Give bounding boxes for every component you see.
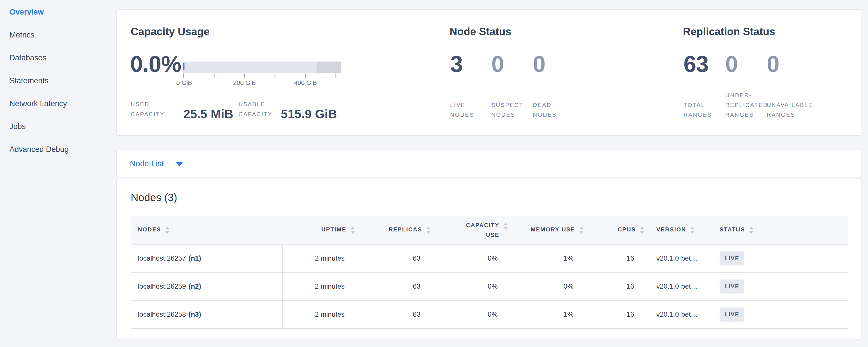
uptime-cell: 2 minutes (283, 244, 355, 272)
node-address-cell: localhost:26257(n1) (131, 244, 283, 272)
status-cell: LIVE (716, 272, 848, 301)
sort-icon (579, 227, 584, 234)
capacity-bar-other-segment (317, 62, 341, 73)
cpus-cell: 16 (584, 272, 644, 301)
used-capacity-label: USED CAPACITY (131, 99, 167, 119)
replicas-cell: 63 (355, 301, 431, 328)
uptime-cell: 2 minutes (283, 301, 355, 328)
axis-tick (183, 73, 184, 77)
node-name: (n1) (188, 254, 201, 262)
sidebar-item-overview[interactable]: Overview (0, 1, 116, 24)
column-header-cpus-label: CPUS (617, 226, 636, 233)
capacity-usage-bar (183, 62, 341, 73)
sort-icon (640, 227, 644, 234)
sort-icon (690, 227, 695, 234)
capacity-use-cell: 0% (431, 301, 508, 328)
node-name: (n2) (188, 282, 201, 290)
sidebar: Overview Metrics Databases Statements Ne… (0, 0, 116, 347)
cluster-summary-card: Capacity Usage 0.0% 0 GiB 200 GiB 400 Gi… (116, 9, 861, 136)
usable-capacity-value: 515.9 GiB (281, 108, 337, 120)
cpus-cell: 16 (584, 244, 644, 272)
table-header-row: NODES UPTIME REPLICAS CAPACITY USE MEMOR… (131, 216, 848, 244)
used-capacity-value: 25.5 MiB (183, 108, 233, 120)
column-header-uptime-label: UPTIME (321, 226, 346, 233)
total-ranges-stat: 63 TOTAL RANGES (684, 53, 722, 120)
cpus-cell: 16 (584, 301, 644, 328)
node-list-dropdown[interactable]: Node List (117, 150, 861, 177)
total-ranges-value: 63 (684, 53, 722, 75)
node-name: (n3) (188, 310, 201, 318)
replicas-cell: 63 (355, 244, 431, 272)
version-cell: v20.1.0-bet… (644, 301, 716, 328)
replicas-cell: 63 (355, 272, 431, 301)
memory-use-cell: 1% (508, 244, 584, 272)
column-header-capacity-use[interactable]: CAPACITY USE (431, 216, 508, 244)
column-header-cpus[interactable]: CPUS (584, 216, 644, 244)
under-replicated-ranges-label: UNDER-REPLICATED RANGES (725, 90, 769, 120)
suspect-nodes-value: 0 (491, 53, 527, 75)
status-badge: LIVE (719, 251, 744, 265)
node-address: localhost:26257 (138, 254, 186, 262)
sidebar-item-advanced-debug[interactable]: Advanced Debug (0, 138, 116, 161)
sort-icon (749, 227, 753, 234)
axis-label-400gib: 400 GiB (294, 79, 317, 87)
unavailable-ranges-label: UNAVAILABLE RANGES (767, 100, 814, 120)
sort-icon (503, 223, 508, 230)
column-header-nodes-label: NODES (138, 226, 161, 233)
usable-capacity-label: USABLE CAPACITY (239, 99, 275, 119)
dead-nodes-stat: 0 DEAD NODES (533, 53, 567, 120)
sidebar-item-metrics[interactable]: Metrics (0, 24, 116, 46)
column-header-capacity-use-label: CAPACITY USE (457, 220, 499, 240)
sort-icon (426, 227, 431, 234)
node-address-cell: localhost:26258(n3) (131, 301, 283, 328)
sidebar-item-network-latency[interactable]: Network Latency (0, 92, 116, 115)
column-header-status-label: STATUS (719, 226, 745, 233)
column-header-status[interactable]: STATUS (716, 216, 848, 244)
nodes-table-title: Nodes (3) (131, 192, 177, 204)
nodes-card: Nodes (3) NODES UPTIME REPLICAS CAPACITY… (116, 178, 861, 340)
node-address-cell: localhost:26259(n2) (131, 272, 283, 301)
memory-use-cell: 1% (508, 301, 584, 328)
total-ranges-label: TOTAL RANGES (684, 100, 722, 120)
axis-label-200gib: 200 GiB (233, 79, 256, 87)
column-header-replicas[interactable]: REPLICAS (355, 216, 431, 244)
table-row-node-3[interactable]: localhost:26258(n3) 2 minutes 63 0% 1% 1… (131, 301, 848, 328)
table-row-node-2[interactable]: localhost:26259(n2) 2 minutes 63 0% 0% 1… (131, 272, 848, 301)
table-row-node-1[interactable]: localhost:26257(n1) 2 minutes 63 0% 1% 1… (131, 244, 848, 272)
suspect-nodes-label: SUSPECT NODES (491, 100, 527, 120)
version-cell: v20.1.0-bet… (644, 272, 716, 301)
capacity-use-cell: 0% (431, 244, 508, 272)
capacity-usage-title: Capacity Usage (131, 26, 210, 38)
uptime-cell: 2 minutes (283, 272, 355, 301)
sidebar-item-statements[interactable]: Statements (0, 69, 116, 92)
dead-nodes-label: DEAD NODES (533, 100, 567, 120)
live-nodes-value: 3 (450, 53, 485, 75)
column-header-version[interactable]: VERSION (644, 216, 716, 244)
column-header-memory-use[interactable]: MEMORY USE (508, 216, 584, 244)
node-address: localhost:26259 (138, 282, 186, 290)
replication-status-title: Replication Status (683, 26, 775, 38)
sort-icon (165, 227, 169, 234)
status-badge: LIVE (719, 280, 744, 293)
unavailable-ranges-value: 0 (767, 53, 814, 75)
column-header-nodes[interactable]: NODES (131, 216, 283, 244)
column-header-uptime[interactable]: UPTIME (283, 216, 355, 244)
axis-tick (275, 73, 275, 77)
axis-tick (244, 73, 245, 77)
sidebar-item-databases[interactable]: Databases (0, 46, 116, 69)
node-address: localhost:26258 (138, 310, 186, 318)
status-cell: LIVE (716, 301, 848, 328)
node-list-selector-card: Node List (116, 150, 861, 177)
axis-tick (336, 73, 336, 77)
status-cell: LIVE (716, 244, 848, 272)
version-cell: v20.1.0-bet… (644, 244, 716, 272)
status-badge: LIVE (719, 308, 744, 321)
capacity-use-cell: 0% (431, 272, 508, 301)
unavailable-ranges-stat: 0 UNAVAILABLE RANGES (767, 53, 814, 120)
sidebar-item-jobs[interactable]: Jobs (0, 115, 116, 138)
axis-tick (305, 73, 306, 77)
under-replicated-ranges-value: 0 (725, 53, 769, 75)
dead-nodes-value: 0 (533, 53, 567, 75)
under-replicated-ranges-stat: 0 UNDER-REPLICATED RANGES (725, 53, 769, 120)
chevron-down-icon (176, 162, 183, 166)
